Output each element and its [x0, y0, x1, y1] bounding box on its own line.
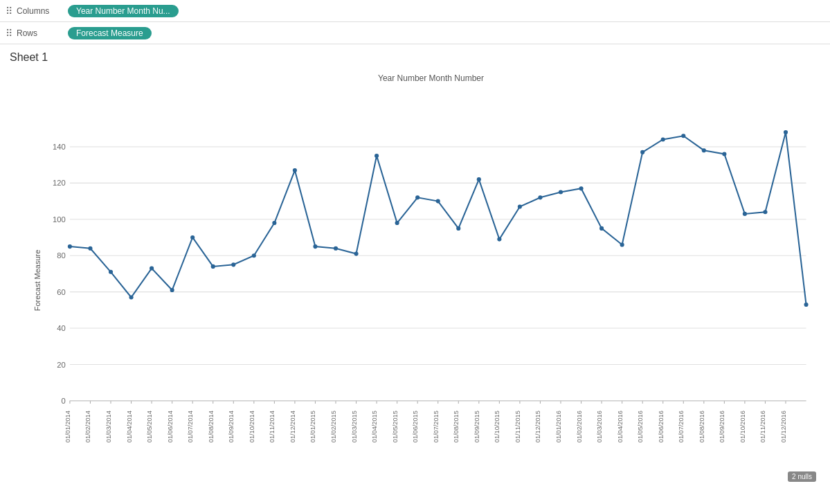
columns-text: Columns [17, 6, 49, 16]
y-axis-label: Forecast Measure [33, 250, 42, 312]
svg-point-117 [640, 150, 644, 154]
svg-point-96 [211, 264, 215, 269]
svg-text:01/02/2016: 01/02/2016 [576, 411, 583, 442]
svg-text:01/03/2015: 01/03/2015 [351, 411, 358, 442]
svg-text:01/05/2014: 01/05/2014 [146, 411, 153, 442]
rows-text: Rows [17, 28, 37, 38]
svg-text:01/07/2016: 01/07/2016 [678, 411, 685, 442]
svg-text:01/04/2016: 01/04/2016 [617, 411, 624, 442]
svg-point-106 [415, 195, 419, 199]
svg-text:60: 60 [57, 288, 66, 296]
columns-label: ⠿ Columns [6, 6, 68, 17]
svg-text:01/08/2014: 01/08/2014 [208, 411, 215, 442]
svg-text:01/02/2015: 01/02/2015 [330, 411, 337, 442]
rows-toolbar: ⠿ Rows Forecast Measure [0, 22, 830, 44]
svg-text:01/06/2014: 01/06/2014 [167, 411, 174, 442]
svg-text:01/01/2016: 01/01/2016 [555, 411, 562, 442]
svg-text:0: 0 [62, 397, 66, 405]
svg-text:01/09/2015: 01/09/2015 [473, 411, 480, 442]
svg-text:01/12/2015: 01/12/2015 [534, 411, 541, 442]
svg-text:01/04/2014: 01/04/2014 [126, 411, 133, 442]
svg-point-125 [804, 303, 808, 307]
svg-text:01/08/2015: 01/08/2015 [453, 411, 460, 442]
svg-text:01/01/2014: 01/01/2014 [64, 411, 71, 442]
svg-text:01/02/2014: 01/02/2014 [84, 411, 91, 442]
svg-text:120: 120 [53, 179, 66, 187]
svg-point-112 [538, 195, 542, 199]
rows-label: ⠿ Rows [6, 28, 68, 39]
svg-text:01/01/2015: 01/01/2015 [309, 411, 316, 442]
svg-point-92 [129, 295, 133, 299]
chart-title: Year Number Month Number [42, 73, 820, 83]
svg-point-122 [743, 212, 747, 216]
svg-text:01/09/2016: 01/09/2016 [719, 411, 725, 442]
svg-point-97 [231, 262, 235, 267]
svg-point-102 [334, 246, 338, 251]
svg-point-121 [722, 152, 726, 156]
svg-text:01/12/2014: 01/12/2014 [289, 411, 296, 442]
svg-text:01/05/2015: 01/05/2015 [392, 411, 399, 442]
svg-point-118 [661, 137, 665, 141]
svg-point-103 [354, 252, 358, 256]
chart-container: Forecast Measure 02040608010012014001/01… [42, 87, 820, 474]
svg-text:40: 40 [57, 324, 66, 332]
svg-point-115 [599, 226, 604, 231]
columns-toolbar: ⠿ Columns Year Number Month Nu... [0, 0, 830, 22]
svg-text:01/09/2014: 01/09/2014 [228, 411, 235, 442]
svg-point-98 [252, 253, 256, 258]
svg-point-107 [436, 199, 440, 204]
svg-text:01/11/2015: 01/11/2015 [514, 411, 521, 442]
svg-point-120 [702, 148, 706, 152]
svg-text:01/03/2014: 01/03/2014 [105, 411, 112, 442]
svg-text:01/11/2016: 01/11/2016 [759, 411, 766, 442]
svg-text:01/11/2014: 01/11/2014 [269, 411, 276, 442]
svg-text:01/06/2015: 01/06/2015 [412, 411, 419, 442]
svg-text:01/06/2016: 01/06/2016 [658, 411, 665, 442]
svg-point-101 [313, 244, 317, 249]
svg-point-108 [456, 226, 460, 231]
svg-text:01/03/2016: 01/03/2016 [596, 411, 603, 442]
svg-point-104 [375, 154, 379, 158]
svg-point-109 [477, 177, 481, 181]
svg-point-119 [681, 134, 685, 138]
columns-pill[interactable]: Year Number Month Nu... [68, 5, 179, 17]
svg-text:01/08/2016: 01/08/2016 [698, 411, 705, 442]
svg-text:100: 100 [53, 215, 66, 224]
svg-text:01/07/2014: 01/07/2014 [187, 411, 194, 442]
null-badge: 2 nulls [788, 471, 816, 482]
columns-icon: ⠿ [6, 6, 12, 17]
svg-text:01/10/2016: 01/10/2016 [739, 411, 746, 442]
svg-point-111 [518, 204, 522, 208]
svg-text:01/12/2016: 01/12/2016 [780, 411, 787, 442]
sheet-title: Sheet 1 [0, 44, 830, 66]
rows-icon: ⠿ [6, 28, 12, 39]
svg-point-105 [395, 221, 399, 225]
svg-text:01/05/2016: 01/05/2016 [637, 411, 644, 442]
svg-point-94 [170, 288, 174, 292]
chart-area: Year Number Month Number Forecast Measur… [0, 66, 830, 504]
svg-point-123 [763, 210, 767, 214]
svg-point-99 [272, 221, 276, 225]
svg-point-124 [784, 130, 788, 134]
svg-text:01/04/2015: 01/04/2015 [371, 411, 378, 442]
svg-point-90 [88, 246, 92, 251]
svg-point-113 [559, 190, 563, 194]
svg-point-89 [68, 244, 72, 249]
svg-text:01/10/2015: 01/10/2015 [494, 411, 500, 442]
svg-point-100 [293, 168, 297, 172]
svg-text:140: 140 [53, 143, 66, 151]
svg-point-93 [150, 266, 154, 270]
svg-point-116 [620, 242, 624, 246]
svg-point-110 [497, 237, 501, 242]
svg-text:01/10/2014: 01/10/2014 [249, 411, 255, 442]
svg-point-91 [109, 270, 113, 274]
svg-text:80: 80 [57, 251, 66, 260]
svg-point-95 [190, 235, 195, 240]
line-chart: 02040608010012014001/01/201401/02/201401… [42, 87, 820, 474]
svg-text:20: 20 [57, 361, 66, 369]
svg-text:01/07/2015: 01/07/2015 [433, 411, 440, 442]
svg-point-114 [579, 186, 583, 190]
rows-pill[interactable]: Forecast Measure [68, 27, 152, 39]
